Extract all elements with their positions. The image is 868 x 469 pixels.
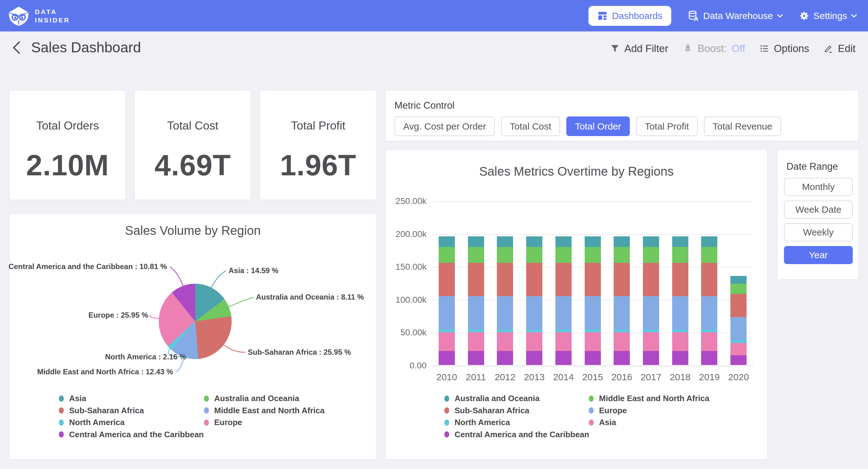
metric-button-total-revenue[interactable]: Total Revenue	[704, 116, 781, 136]
bar-segment	[701, 236, 717, 247]
legend-item[interactable]: North America	[444, 418, 510, 427]
date-range-button-monthly[interactable]: Monthly	[784, 178, 853, 196]
legend-dot	[444, 395, 449, 402]
legend-dot	[59, 419, 64, 426]
legend-item[interactable]: Middle East and North Africa	[204, 406, 324, 415]
legend-item[interactable]: Asia	[589, 418, 616, 427]
y-axis-tick: 100.00k	[386, 295, 427, 305]
bar-segment	[672, 247, 688, 263]
legend-label: Australia and Oceania	[455, 393, 539, 403]
bar-segment	[526, 329, 542, 332]
bar-segment	[643, 296, 659, 329]
bar-segment	[614, 296, 630, 329]
bar-column-2020[interactable]	[731, 276, 747, 365]
back-button[interactable]	[10, 40, 24, 55]
y-axis-tick: 50.00k	[386, 328, 427, 338]
metric-button-avg-cost-per-order[interactable]: Avg. Cost per Order	[395, 116, 495, 136]
bar-segment	[526, 263, 542, 296]
legend-dot	[589, 419, 594, 426]
bar-segment	[468, 296, 484, 329]
legend-item[interactable]: Central America and the Caribbean	[444, 430, 589, 439]
bar-column-2019[interactable]	[701, 236, 717, 365]
bar-column-2018[interactable]	[672, 236, 688, 365]
add-filter-button[interactable]: Add Filter	[610, 43, 668, 55]
options-button[interactable]: Options	[760, 43, 809, 55]
bar-column-2014[interactable]	[555, 236, 571, 365]
app-root: DATA INSIDER Dashboards	[0, 0, 868, 469]
bar-column-2017[interactable]	[643, 236, 659, 365]
legend-label: Central America and the Caribbean	[455, 430, 589, 439]
legend-label: Central America and the Caribbean	[69, 430, 204, 439]
owl-logo-icon	[8, 5, 29, 27]
pie-slice-label: Middle East and North Africa : 12.43 %	[37, 367, 173, 377]
bar-segment	[497, 351, 513, 365]
bar-segment	[439, 263, 455, 296]
legend-item[interactable]: Central America and the Caribbean	[59, 430, 204, 439]
metric-button-total-order[interactable]: Total Order	[566, 116, 630, 136]
bar-segment	[672, 351, 688, 365]
bar-plot: 0.0050.00k100.00k150.00k200.00k250.00k20…	[386, 150, 767, 459]
chevron-down-icon	[777, 14, 783, 18]
bar-column-2013[interactable]	[526, 236, 542, 365]
date-range-button-weekly[interactable]: Weekly	[784, 223, 853, 241]
legend-item[interactable]: Australia and Oceania	[444, 393, 539, 403]
bar-segment	[468, 332, 484, 351]
bar-segment	[731, 276, 747, 284]
legend-item[interactable]: Europe	[204, 418, 242, 427]
bar-segment	[643, 263, 659, 296]
legend-item[interactable]: Sub-Saharan Africa	[444, 406, 529, 415]
legend-item[interactable]: Sub-Saharan Africa	[59, 406, 144, 415]
kpi-label: Total Orders	[36, 119, 99, 133]
bar-segment	[468, 329, 484, 332]
nav-right: Dashboards Data Warehouse	[588, 6, 857, 26]
bar-column-2010[interactable]	[439, 236, 455, 365]
legend-label: Sub-Saharan Africa	[455, 406, 529, 415]
bar-column-2012[interactable]	[497, 236, 513, 365]
bar-segment	[731, 340, 747, 343]
bar-segment	[614, 351, 630, 365]
legend-item[interactable]: North America	[59, 418, 125, 427]
date-range-button-week-date[interactable]: Week Date	[784, 201, 853, 218]
bar-segment	[585, 329, 601, 332]
bar-segment	[672, 329, 688, 332]
bar-segment	[468, 236, 484, 247]
legend-dot	[204, 395, 209, 402]
bar-segment	[585, 332, 601, 351]
pie-slice-label: Central America and the Caribbean : 10.8…	[8, 262, 167, 271]
date-range-button-year[interactable]: Year	[784, 246, 853, 264]
metric-button-total-cost[interactable]: Total Cost	[501, 116, 560, 136]
legend-item[interactable]: Europe	[589, 406, 627, 415]
bar-segment	[672, 296, 688, 329]
bar-segment	[497, 263, 513, 296]
bar-segment	[439, 296, 455, 329]
bar-segment	[643, 332, 659, 351]
boost-toggle[interactable]: Boost: Off	[682, 43, 745, 55]
rocket-icon	[682, 43, 693, 54]
legend-item[interactable]: Middle East and North Africa	[589, 393, 709, 403]
bar-chart-card: Sales Metrics Overtime by Regions 0.0050…	[385, 149, 768, 460]
bar-column-2015[interactable]	[585, 236, 601, 365]
pie-slice-label: Europe : 25.95 %	[88, 310, 148, 320]
legend-item[interactable]: Asia	[59, 393, 86, 403]
metric-button-total-profit[interactable]: Total Profit	[636, 116, 698, 136]
pie[interactable]	[159, 284, 231, 359]
brand-logo[interactable]: DATA INSIDER	[8, 5, 70, 27]
nav-data-warehouse[interactable]: Data Warehouse	[687, 10, 783, 22]
bar-segment	[526, 351, 542, 365]
bar-column-2016[interactable]	[614, 236, 630, 365]
nav-dashboards-button[interactable]: Dashboards	[588, 6, 671, 26]
bar-segment	[555, 296, 571, 329]
bar-column-2011[interactable]	[468, 236, 484, 365]
legend-label: North America	[69, 418, 125, 427]
legend-label: Middle East and North Africa	[599, 393, 709, 403]
edit-button[interactable]: Edit	[824, 43, 856, 55]
database-icon	[687, 10, 699, 22]
nav-settings[interactable]: Settings	[799, 10, 857, 21]
header-actions: Add Filter Boost: Off	[610, 31, 856, 66]
bar-segment	[614, 332, 630, 351]
bar-segment	[731, 355, 747, 365]
kpi-label: Total Profit	[291, 119, 346, 133]
legend-item[interactable]: Australia and Oceania	[204, 393, 299, 403]
page-title: Sales Dashboard	[31, 39, 141, 56]
bar-segment	[672, 236, 688, 247]
